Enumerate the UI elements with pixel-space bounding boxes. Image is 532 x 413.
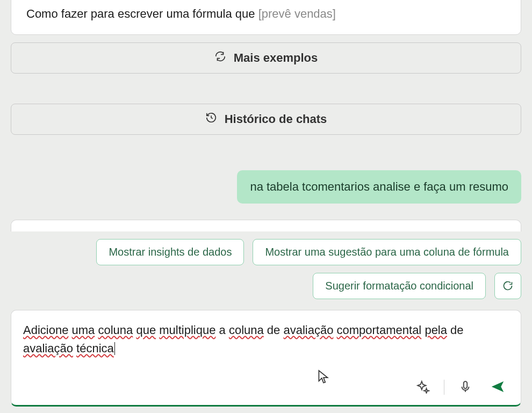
- example-prompt-card[interactable]: Como fazer para escrever uma fórmula que…: [11, 0, 521, 35]
- more-examples-button[interactable]: Mais exemplos: [11, 42, 521, 74]
- mic-button[interactable]: [455, 376, 476, 398]
- user-message-bubble: na tabela tcomentarios analise e faça um…: [237, 170, 521, 204]
- example-prompt-placeholder: [prevê vendas]: [258, 7, 336, 20]
- refresh-icon: [214, 50, 226, 66]
- toolbar-divider: [444, 380, 444, 395]
- chip-formula-column-label: Mostrar uma sugestão para uma coluna de …: [265, 246, 509, 258]
- send-button[interactable]: [486, 375, 509, 400]
- sparkle-icon: [416, 380, 430, 395]
- example-prompt-text: Como fazer para escrever uma fórmula que: [26, 7, 258, 20]
- chat-input-text[interactable]: Adicione uma coluna que multiplique a co…: [23, 321, 509, 367]
- chip-show-insights[interactable]: Mostrar insights de dados: [96, 239, 244, 265]
- svg-rect-0: [464, 381, 468, 388]
- assistant-response-area: [11, 220, 521, 231]
- microphone-icon: [458, 380, 472, 395]
- input-toolbar: [23, 372, 509, 400]
- sparkle-button[interactable]: [413, 376, 433, 398]
- text-caret: [114, 342, 115, 355]
- chip-formula-column[interactable]: Mostrar uma sugestão para uma coluna de …: [253, 239, 521, 265]
- user-message-text: na tabela tcomentarios analise e faça um…: [250, 180, 508, 193]
- send-icon: [490, 379, 506, 396]
- chat-history-button[interactable]: Histórico de chats: [11, 104, 521, 135]
- chip-conditional-formatting[interactable]: Sugerir formatação condicional: [313, 273, 486, 299]
- chat-input-box[interactable]: Adicione uma coluna que multiplique a co…: [11, 310, 521, 407]
- chip-show-insights-label: Mostrar insights de dados: [109, 246, 232, 258]
- history-icon: [205, 112, 217, 127]
- refresh-suggestions-button[interactable]: [494, 273, 521, 299]
- chat-history-label: Histórico de chats: [225, 112, 327, 126]
- refresh-icon: [502, 280, 513, 291]
- chip-conditional-formatting-label: Sugerir formatação condicional: [325, 280, 473, 292]
- more-examples-label: Mais exemplos: [234, 51, 318, 65]
